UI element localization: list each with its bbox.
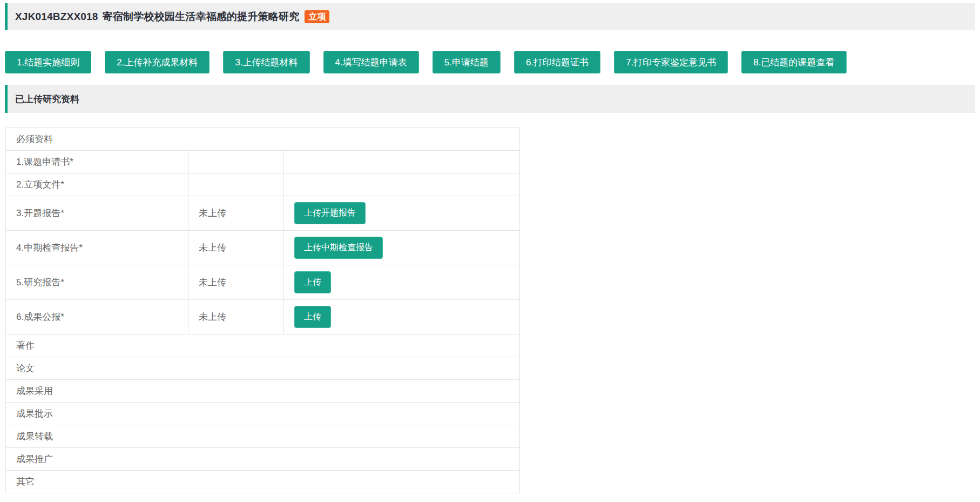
materials-table: 必须资料1.课题申请书*2.立项文件*3.开题报告*未上传上传开题报告4.中期检… [5,128,520,493]
category-label: 成果推广 [6,448,520,471]
table-row: 5.研究报告*未上传上传 [6,265,520,300]
step-button-1[interactable]: 1.结题实施细则 [5,51,91,73]
material-label: 2.立项文件* [6,173,188,196]
step-toolbar: 1.结题实施细则2.上传补充成果材料3.上传结题材料4.填写结题申请表5.申请结… [5,51,975,73]
table-row: 1.课题申请书* [6,151,520,173]
section-title: 已上传研究资料 [15,93,79,105]
table-row: 6.成果公报*未上传上传 [6,300,520,334]
upload-button[interactable]: 上传 [294,306,331,328]
category-label: 必须资料 [6,128,520,151]
project-header-bar: XJK014BZXX018寄宿制学校校园生活幸福感的提升策略研究 立项 [5,3,975,30]
action-cell [284,173,520,196]
step-button-8[interactable]: 8.已结题的课题查看 [741,51,846,73]
material-label: 1.课题申请书* [6,151,188,173]
section-header-bar: 已上传研究资料 [5,85,975,113]
category-label: 其它 [6,471,520,493]
project-name: 寄宿制学校校园生活幸福感的提升策略研究 [103,11,300,22]
action-cell: 上传 [284,265,520,300]
upload-button[interactable]: 上传 [294,271,331,293]
table-row: 成果推广 [6,448,520,471]
category-label: 成果采用 [6,380,520,403]
category-label: 论文 [6,357,520,380]
upload-button[interactable]: 上传开题报告 [294,202,366,224]
step-button-5[interactable]: 5.申请结题 [432,51,501,73]
project-code: XJK014BZXX018 [15,11,98,22]
action-cell [284,151,520,173]
material-label: 4.中期检查报告* [6,231,188,265]
upload-status [188,151,284,173]
material-label: 6.成果公报* [6,300,188,334]
action-cell: 上传开题报告 [284,196,520,231]
upload-button[interactable]: 上传中期检查报告 [294,237,383,259]
table-row: 其它 [6,471,520,493]
category-label: 成果批示 [6,403,520,425]
table-row: 著作 [6,334,520,357]
table-row: 必须资料 [6,128,520,151]
upload-status: 未上传 [188,196,284,231]
table-row: 2.立项文件* [6,173,520,196]
table-row: 成果转载 [6,425,520,448]
action-cell: 上传中期检查报告 [284,231,520,265]
step-button-3[interactable]: 3.上传结题材料 [223,51,309,73]
table-row: 3.开题报告*未上传上传开题报告 [6,196,520,231]
project-title: XJK014BZXX018寄宿制学校校园生活幸福感的提升策略研究 [15,10,299,24]
upload-status: 未上传 [188,300,284,334]
page: XJK014BZXX018寄宿制学校校园生活幸福感的提升策略研究 立项 1.结题… [0,0,980,493]
step-button-4[interactable]: 4.填写结题申请表 [323,51,419,73]
step-button-2[interactable]: 2.上传补充成果材料 [105,51,209,73]
upload-status [188,173,284,196]
table-row: 论文 [6,357,520,380]
material-label: 3.开题报告* [6,196,188,231]
step-button-6[interactable]: 6.打印结题证书 [514,51,600,73]
category-label: 著作 [6,334,520,357]
upload-status: 未上传 [188,265,284,300]
table-row: 成果采用 [6,380,520,403]
action-cell: 上传 [284,300,520,334]
table-row: 成果批示 [6,403,520,425]
status-badge: 立项 [305,10,329,23]
material-label: 5.研究报告* [6,265,188,300]
category-label: 成果转载 [6,425,520,448]
step-button-7[interactable]: 7.打印专家鉴定意见书 [614,51,728,73]
table-row: 4.中期检查报告*未上传上传中期检查报告 [6,231,520,265]
upload-status: 未上传 [188,231,284,265]
